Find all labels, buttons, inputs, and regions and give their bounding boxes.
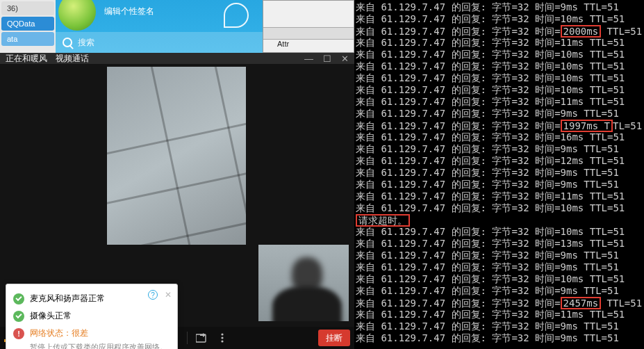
ping-line: 来自 61.129.7.47 的回复: 字节=32 时间=11ms TTL=51 bbox=[356, 96, 644, 108]
ping-line: 来自 61.129.7.47 的回复: 字节=32 时间=10ms TTL=51 bbox=[356, 84, 644, 96]
qq-tab-strip: 36) QQData ata bbox=[0, 0, 56, 53]
titlebar[interactable]: 正在和暖风 视频通话 — ☐ ✕ bbox=[0, 53, 354, 64]
close-icon[interactable]: ✕ bbox=[165, 290, 172, 300]
ping-line: 来自 61.129.7.47 的回复: 字节=32 时间=10ms TTL=51 bbox=[356, 273, 644, 285]
ping-line: 来自 61.129.7.47 的回复: 字节=32 时间=9ms TTL=51 bbox=[356, 143, 644, 155]
local-video bbox=[258, 245, 349, 321]
peer-name: 正在和暖风 bbox=[6, 53, 47, 65]
ping-line: 来自 61.129.7.47 的回复: 字节=32 时间=2000ms TTL=… bbox=[356, 25, 644, 37]
minimize-button[interactable]: — bbox=[304, 54, 313, 64]
highlighted-latency: 1997ms T bbox=[561, 120, 613, 132]
status-mic-speaker: 麦克风和扬声器正常 bbox=[30, 293, 105, 305]
status-popup: ? ✕ 麦克风和扬声器正常 摄像头正常 ! 网络状态：很差 暂停上传或下载类的应… bbox=[6, 284, 178, 349]
status-camera: 摄像头正常 bbox=[30, 310, 72, 322]
status-network: 网络状态：很差 bbox=[30, 327, 88, 339]
tab-item[interactable]: ata bbox=[1, 32, 54, 46]
check-icon bbox=[13, 311, 24, 322]
maximize-button[interactable]: ☐ bbox=[323, 54, 331, 64]
ping-line: 来自 61.129.7.47 的回复: 字节=32 时间=10ms TTL=51 bbox=[356, 226, 644, 238]
remote-video bbox=[107, 67, 246, 245]
status-network-hint: 暂停上传或下载类的应用程序改善网络。 bbox=[13, 342, 170, 349]
hangup-button[interactable]: 挂断 bbox=[318, 330, 350, 346]
call-mode: 视频通话 bbox=[56, 53, 89, 65]
ping-line: 来自 61.129.7.47 的回复: 字节=32 时间=9ms TTL=51 bbox=[356, 108, 644, 120]
ping-line: 来自 61.129.7.47 的回复: 字节=32 时间=10ms TTL=51 bbox=[356, 49, 644, 60]
ping-line: 来自 61.129.7.47 的回复: 字节=32 时间=1997ms TTL=… bbox=[356, 120, 644, 131]
ping-line: 来自 61.129.7.47 的回复: 字节=32 时间=9ms TTL=51 bbox=[356, 179, 644, 190]
ping-line: 来自 61.129.7.47 的回复: 字节=32 时间=10ms TTL=51 bbox=[356, 72, 644, 84]
svg-point-7 bbox=[221, 336, 223, 339]
qq-header: 编辑个性签名 搜索 bbox=[56, 0, 263, 53]
share-button[interactable] bbox=[195, 331, 208, 345]
ping-line: 来自 61.129.7.47 的回复: 字节=32 时间=9ms TTL=51 bbox=[356, 320, 644, 332]
avatar[interactable] bbox=[58, 0, 96, 31]
ping-line: 来自 61.129.7.47 的回复: 字节=32 时间=9ms TTL=51 bbox=[356, 1, 644, 13]
warning-icon: ! bbox=[13, 328, 24, 339]
ping-line: 来自 61.129.7.47 的回复: 字节=32 时间=12ms TTL=51 bbox=[356, 155, 644, 167]
help-icon[interactable]: ? bbox=[148, 290, 158, 300]
signature-field[interactable]: 编辑个性签名 bbox=[104, 6, 154, 17]
qq-panel: 36) QQData ata 编辑个性签名 搜索 bbox=[0, 0, 263, 53]
ping-line: 来自 61.129.7.47 的回复: 字节=32 时间=10ms TTL=51 bbox=[356, 202, 644, 214]
ping-line: 来自 61.129.7.47 的回复: 字节=32 时间=2457ms TTL=… bbox=[356, 297, 644, 309]
weather-icon[interactable] bbox=[224, 3, 249, 28]
ping-line: 来自 61.129.7.47 的回复: 字节=32 时间=9ms TTL=51 bbox=[356, 250, 644, 261]
svg-point-8 bbox=[221, 340, 223, 342]
highlighted-latency: 2457ms bbox=[561, 297, 602, 309]
search-icon bbox=[63, 38, 72, 47]
ping-line: 来自 61.129.7.47 的回复: 字节=32 时间=11ms TTL=51 bbox=[356, 190, 644, 202]
attr-label: Attr bbox=[277, 40, 289, 48]
ping-line: 来自 61.129.7.47 的回复: 字节=32 时间=13ms TTL=51 bbox=[356, 238, 644, 250]
terminal-window[interactable]: 来自 61.129.7.47 的回复: 字节=32 时间=9ms TTL=51来… bbox=[354, 0, 644, 349]
more-button[interactable] bbox=[215, 331, 229, 345]
ping-line: 来自 61.129.7.47 的回复: 字节=32 时间=16ms TTL=51 bbox=[356, 131, 644, 143]
ping-line: 来自 61.129.7.47 的回复: 字节=32 时间=9ms TTL=51 bbox=[356, 167, 644, 179]
search-bar[interactable]: 搜索 bbox=[56, 32, 263, 53]
design-panel-fragment: Attr bbox=[263, 0, 354, 53]
ping-line: 来自 61.129.7.47 的回复: 字节=32 时间=9ms TTL=51 bbox=[356, 285, 644, 297]
ping-line: 来自 61.129.7.47 的回复: 字节=32 时间=9ms TTL=51 bbox=[356, 261, 644, 273]
highlighted-timeout: 请求超时。 bbox=[356, 214, 410, 227]
search-placeholder: 搜索 bbox=[78, 37, 94, 49]
tab-item[interactable]: 36) bbox=[1, 1, 54, 15]
ping-line: 来自 61.129.7.47 的回复: 字节=32 时间=10ms TTL=51 bbox=[356, 13, 644, 25]
highlighted-latency: 2000ms bbox=[561, 25, 602, 38]
ping-line: 来自 61.129.7.47 的回复: 字节=32 时间=10ms TTL=51 bbox=[356, 60, 644, 72]
svg-point-6 bbox=[221, 333, 223, 335]
ping-line: 请求超时。 bbox=[356, 214, 644, 226]
check-icon bbox=[13, 293, 24, 305]
ping-line: 来自 61.129.7.47 的回复: 字节=32 时间=11ms TTL=51 bbox=[356, 37, 644, 49]
ping-line: 来自 61.129.7.47 的回复: 字节=32 时间=11ms TTL=51 bbox=[356, 309, 644, 320]
tab-item[interactable]: QQData bbox=[1, 17, 54, 31]
close-button[interactable]: ✕ bbox=[341, 54, 349, 64]
ping-line: 来自 61.129.7.47 的回复: 字节=32 时间=9ms TTL=51 bbox=[356, 332, 644, 344]
